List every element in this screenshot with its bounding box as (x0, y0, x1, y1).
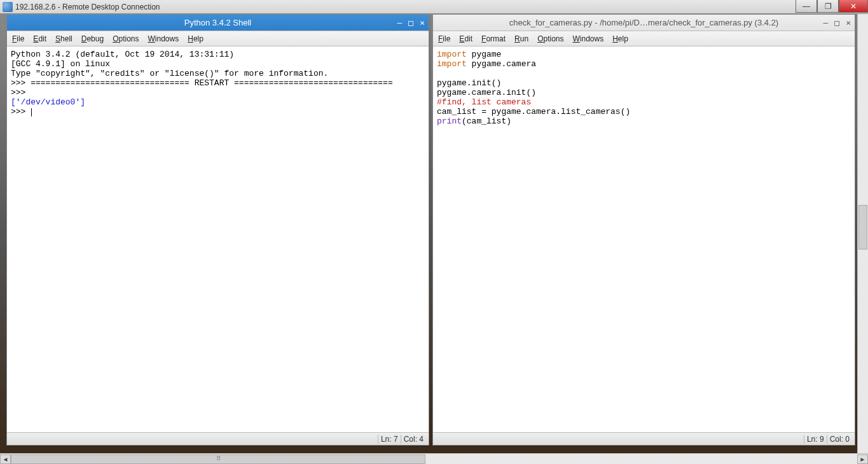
shell-menubar: File Edit Shell Debug Options Windows He… (7, 31, 429, 46)
menu-edit[interactable]: Edit (459, 34, 472, 43)
shell-prompt: >>> (11, 88, 31, 97)
code-text: pygame.camera (467, 59, 536, 69)
shell-titlebar[interactable]: Python 3.4.2 Shell — □ × (7, 15, 429, 31)
menu-options[interactable]: Options (113, 34, 139, 43)
editor-maximize-icon[interactable]: □ (834, 18, 839, 27)
menu-options[interactable]: Options (537, 34, 563, 43)
remote-desktop-area: Python 3.4.2 Shell — □ × File Edit Shell… (0, 14, 868, 453)
editor-status-col: Col: 0 (827, 435, 852, 444)
shell-intro-1: Python 3.4.2 (default, Oct 19 2014, 13:3… (11, 50, 234, 59)
shell-text-area[interactable]: Python 3.4.2 (default, Oct 19 2014, 13:3… (7, 46, 429, 432)
editor-minimize-icon[interactable]: — (823, 18, 829, 27)
shell-title-text: Python 3.4.2 Shell (184, 18, 252, 27)
editor-close-icon[interactable]: × (846, 18, 851, 27)
menu-shell[interactable]: Shell (55, 34, 72, 43)
code-comment: #find, list cameras (437, 97, 531, 107)
menu-edit[interactable]: Edit (33, 34, 46, 43)
scroll-right-arrow-icon[interactable]: ► (857, 454, 868, 464)
shell-statusbar: Ln: 7 Col: 4 (7, 432, 429, 445)
shell-output: ['/dev/video0'] (11, 97, 85, 107)
editor-window-controls: — □ × (823, 15, 851, 31)
shell-close-icon[interactable]: × (420, 18, 425, 27)
code-keyword-import: import (437, 50, 467, 59)
code-builtin-print: print (437, 116, 462, 126)
rdp-maximize-button[interactable]: ❐ (817, 0, 839, 13)
menu-format[interactable]: Format (481, 34, 506, 43)
editor-text-area[interactable]: import pygame import pygame.camera pygam… (433, 46, 855, 432)
vertical-scrollbar[interactable] (857, 14, 868, 453)
rdp-minimize-button[interactable]: — (796, 0, 817, 13)
editor-menubar: File Edit Format Run Options Windows Hel… (433, 31, 855, 46)
menu-file[interactable]: File (438, 34, 450, 43)
text-cursor-icon (31, 108, 32, 116)
code-line: pygame.camera.init() (437, 88, 536, 97)
menu-help[interactable]: Help (188, 34, 203, 43)
shell-window: Python 3.4.2 Shell — □ × File Edit Shell… (6, 14, 429, 446)
shell-window-controls: — □ × (397, 15, 425, 31)
rdp-close-button[interactable]: ✕ (839, 0, 868, 13)
rdp-icon (3, 2, 13, 12)
shell-intro-3: Type "copyright", "credits" or "license(… (11, 69, 328, 78)
code-text: pygame (467, 50, 502, 59)
editor-window: check_for_cameras.py - /home/pi/D…mera/c… (432, 14, 855, 446)
shell-status-col: Col: 4 (401, 435, 426, 444)
menu-windows[interactable]: Windows (148, 34, 179, 43)
shell-minimize-icon[interactable]: — (397, 18, 403, 27)
editor-title-text: check_for_cameras.py - /home/pi/D…mera/c… (509, 18, 778, 27)
menu-windows[interactable]: Windows (573, 34, 604, 43)
horizontal-scrollbar[interactable]: ◄ ⠿ ► (0, 453, 868, 464)
rdp-titlebar: 192.168.2.6 - Remote Desktop Connection … (0, 0, 868, 14)
vertical-scroll-thumb[interactable] (858, 205, 867, 250)
code-line: cam_list = pygame.camera.list_cameras() (437, 107, 630, 116)
rdp-title-text: 192.168.2.6 - Remote Desktop Connection (15, 3, 160, 11)
editor-statusbar: Ln: 9 Col: 0 (433, 432, 855, 445)
horizontal-scroll-track[interactable]: ⠿ (11, 454, 857, 464)
shell-status-line: Ln: 7 (378, 435, 401, 444)
code-line: pygame.init() (437, 78, 501, 88)
shell-prompt-active: >>> (11, 107, 31, 116)
shell-intro-2: [GCC 4.9.1] on linux (11, 59, 110, 69)
menu-help[interactable]: Help (612, 34, 628, 43)
editor-titlebar[interactable]: check_for_cameras.py - /home/pi/D…mera/c… (433, 15, 855, 31)
rdp-window-controls: — ❐ ✕ (796, 0, 868, 13)
scroll-left-arrow-icon[interactable]: ◄ (0, 454, 11, 464)
editor-status-line: Ln: 9 (804, 435, 827, 444)
menu-run[interactable]: Run (514, 34, 528, 43)
menu-file[interactable]: File (12, 34, 24, 43)
code-text: (cam_list) (462, 116, 511, 126)
code-keyword-import: import (437, 59, 467, 69)
shell-maximize-icon[interactable]: □ (408, 18, 413, 27)
menu-debug[interactable]: Debug (81, 34, 104, 43)
horizontal-scroll-thumb[interactable]: ⠿ (11, 454, 425, 464)
shell-restart-line: >>> ================================ RES… (11, 78, 393, 88)
